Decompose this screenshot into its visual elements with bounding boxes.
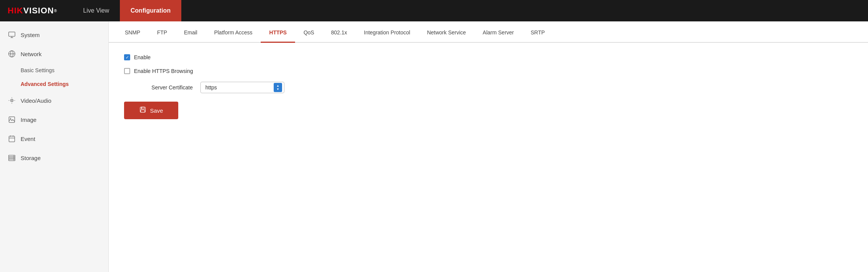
tab-email[interactable]: Email bbox=[176, 23, 206, 43]
tab-bar: SNMP FTP Email Platform Access HTTPS QoS… bbox=[109, 21, 868, 43]
sidebar-advanced-settings-label: Advanced Settings bbox=[21, 81, 69, 87]
logo: HIKVISION® bbox=[8, 6, 57, 16]
sidebar: System Network Basic Settings Advanced S… bbox=[0, 21, 109, 272]
logo-hik: HIK bbox=[8, 6, 23, 16]
svg-point-18 bbox=[13, 158, 14, 159]
enable-checkbox[interactable] bbox=[124, 54, 130, 60]
tab-integration-protocol[interactable]: Integration Protocol bbox=[355, 23, 418, 43]
tab-platform-access[interactable]: Platform Access bbox=[206, 23, 261, 43]
tab-8021x[interactable]: 802.1x bbox=[323, 23, 355, 43]
svg-point-17 bbox=[13, 156, 14, 157]
sidebar-item-video-audio[interactable]: Video/Audio bbox=[0, 91, 108, 110]
svg-point-19 bbox=[13, 160, 14, 160]
server-certificate-label: Server Certificate bbox=[124, 84, 193, 91]
enable-label[interactable]: Enable bbox=[124, 54, 151, 60]
form-area: Enable Enable HTTPS Browsing Server Cert… bbox=[109, 43, 868, 272]
sidebar-item-storage[interactable]: Storage bbox=[0, 148, 108, 167]
svg-rect-15 bbox=[9, 157, 15, 159]
tab-ftp[interactable]: FTP bbox=[148, 23, 175, 43]
enable-https-browsing-label[interactable]: Enable HTTPS Browsing bbox=[124, 68, 193, 74]
enable-text: Enable bbox=[134, 54, 151, 60]
svg-rect-10 bbox=[9, 136, 15, 142]
sidebar-network-label: Network bbox=[21, 51, 42, 57]
nav-items: Live View Configuration bbox=[73, 0, 181, 21]
save-icon bbox=[139, 106, 146, 115]
sidebar-item-system[interactable]: System bbox=[0, 25, 108, 44]
storage-icon bbox=[8, 154, 16, 162]
logo-vision: VISION bbox=[23, 6, 54, 16]
server-certificate-select-wrap: https ▲ ▼ bbox=[200, 82, 284, 93]
content-area: SNMP FTP Email Platform Access HTTPS QoS… bbox=[109, 21, 868, 272]
svg-rect-0 bbox=[9, 32, 15, 37]
tab-srtp[interactable]: SRTP bbox=[522, 23, 553, 43]
tab-https[interactable]: HTTPS bbox=[261, 23, 295, 43]
sidebar-item-advanced-settings[interactable]: Advanced Settings bbox=[0, 77, 108, 91]
sidebar-item-basic-settings[interactable]: Basic Settings bbox=[0, 63, 108, 77]
enable-https-browsing-row: Enable HTTPS Browsing bbox=[124, 68, 853, 74]
sidebar-image-label: Image bbox=[21, 117, 37, 123]
enable-https-browsing-text: Enable HTTPS Browsing bbox=[134, 68, 193, 74]
main-layout: System Network Basic Settings Advanced S… bbox=[0, 21, 868, 272]
image-icon bbox=[8, 115, 16, 124]
svg-rect-14 bbox=[9, 155, 15, 157]
svg-rect-8 bbox=[9, 117, 15, 123]
enable-https-browsing-checkbox[interactable] bbox=[124, 68, 130, 74]
sidebar-item-image[interactable]: Image bbox=[0, 110, 108, 129]
sidebar-item-network[interactable]: Network bbox=[0, 44, 108, 63]
save-label: Save bbox=[150, 107, 163, 114]
enable-row: Enable bbox=[124, 54, 853, 60]
sidebar-event-label: Event bbox=[21, 136, 35, 142]
tab-network-service[interactable]: Network Service bbox=[419, 23, 474, 43]
sidebar-item-event[interactable]: Event bbox=[0, 129, 108, 148]
tab-qos[interactable]: QoS bbox=[295, 23, 323, 43]
sidebar-basic-settings-label: Basic Settings bbox=[21, 67, 55, 73]
nav-live-view[interactable]: Live View bbox=[73, 0, 120, 21]
event-icon bbox=[8, 134, 16, 143]
server-certificate-row: Server Certificate https ▲ ▼ bbox=[124, 82, 853, 93]
nav-configuration[interactable]: Configuration bbox=[120, 0, 181, 21]
svg-rect-16 bbox=[9, 159, 15, 160]
network-icon bbox=[8, 50, 16, 58]
svg-point-7 bbox=[11, 100, 13, 101]
system-icon bbox=[8, 31, 16, 39]
sidebar-video-audio-label: Video/Audio bbox=[21, 97, 52, 104]
svg-point-9 bbox=[10, 118, 11, 119]
server-certificate-select[interactable]: https bbox=[200, 82, 284, 93]
logo-reg: ® bbox=[54, 9, 57, 13]
sidebar-system-label: System bbox=[21, 32, 40, 38]
top-navigation: HIKVISION® Live View Configuration bbox=[0, 0, 868, 21]
sidebar-storage-label: Storage bbox=[21, 155, 41, 161]
video-icon bbox=[8, 96, 16, 105]
tab-alarm-server[interactable]: Alarm Server bbox=[474, 23, 523, 43]
svg-rect-22 bbox=[141, 110, 145, 112]
save-button[interactable]: Save bbox=[124, 102, 178, 119]
tab-snmp[interactable]: SNMP bbox=[116, 23, 148, 43]
